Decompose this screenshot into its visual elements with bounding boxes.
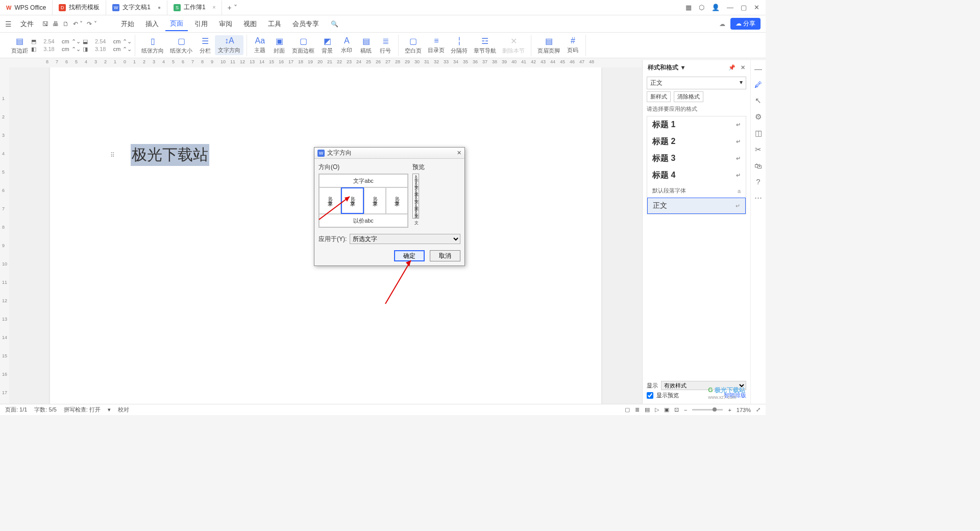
share-button[interactable]: ☁ 分享 — [730, 18, 761, 30]
vertical-ruler[interactable]: 1234567891011121314151617 — [0, 67, 9, 404]
avatar-icon[interactable]: 👤 — [712, 4, 720, 11]
zoom-slider[interactable] — [692, 409, 723, 411]
print-icon[interactable]: 🖶 — [53, 20, 59, 28]
preview-checkbox[interactable] — [647, 392, 653, 399]
current-style-select[interactable]: 正文▾ — [647, 77, 746, 89]
watermark-button[interactable]: A水印 — [337, 35, 356, 55]
chapter-nav-button[interactable]: ☲章节导航 — [471, 35, 499, 56]
dir-opt-2-selected[interactable]: 文字abc — [341, 187, 364, 214]
menu-page[interactable]: 页面 — [165, 17, 188, 31]
close-icon[interactable]: ✕ — [754, 4, 760, 11]
cancel-button[interactable]: 取消 — [430, 250, 460, 261]
dir-opt-3[interactable]: 文字abc — [364, 187, 386, 214]
edit-icon[interactable]: 🖉 — [754, 80, 762, 89]
app-tab[interactable]: WWPS Office — [0, 1, 53, 15]
dir-opt-4[interactable]: 文字abc — [386, 187, 408, 214]
menu-start[interactable]: 开始 — [116, 17, 139, 31]
dialog-titlebar[interactable]: W 文字方向 ✕ — [314, 148, 464, 159]
page-status[interactable]: 页面: 1/1 — [5, 406, 27, 414]
spell-check-status[interactable]: 拼写检查: 打开 — [64, 406, 101, 414]
layers-icon[interactable]: ◫ — [755, 129, 762, 138]
undo-icon[interactable]: ↶ ˅ — [73, 20, 83, 28]
toc-button[interactable]: ≡目录页 — [425, 35, 448, 55]
view-print-icon[interactable]: ▣ — [664, 406, 669, 413]
view-read-icon[interactable]: ▷ — [655, 406, 659, 413]
tab-close-icon[interactable]: × — [213, 5, 216, 10]
dir-horizontal[interactable]: 文字abc — [319, 174, 408, 187]
settings-icon[interactable]: ⚙ — [755, 112, 762, 122]
search-icon[interactable]: 🔍 — [331, 20, 338, 28]
view-web-icon[interactable]: ▤ — [645, 406, 650, 413]
menu-insert[interactable]: 插入 — [141, 17, 163, 31]
header-footer-button[interactable]: ▤页眉页脚 — [534, 35, 563, 56]
style-body-selected[interactable]: 正文↵ — [647, 198, 746, 214]
file-menu[interactable]: 文件 — [16, 17, 38, 31]
margin-button[interactable]: ▤页边距 — [8, 35, 31, 56]
blank-page-button[interactable]: ▢空白页 — [402, 35, 425, 56]
app-grid-icon[interactable]: ▦ — [685, 4, 692, 11]
dir-opt-1[interactable]: 文字abc — [319, 187, 341, 214]
new-style-button[interactable]: 新样式 — [647, 91, 671, 102]
style-heading1[interactable]: 标题 1↵ — [647, 116, 746, 133]
background-button[interactable]: ◩背景 — [317, 35, 337, 56]
drag-handle-icon[interactable]: ⠿ — [110, 152, 115, 159]
pageno-button[interactable]: #页码 — [563, 35, 582, 55]
panel-close-icon[interactable]: ✕ — [741, 64, 745, 71]
dialog-close-icon[interactable]: ✕ — [457, 150, 461, 156]
view-outline-icon[interactable]: ≣ — [635, 406, 640, 413]
zoom-value[interactable]: 173% — [737, 407, 751, 413]
help-icon[interactable]: ? — [756, 177, 760, 186]
cloud-icon[interactable]: ☁ — [719, 20, 725, 28]
tab-workbook[interactable]: S工作簿1× — [167, 1, 223, 15]
top-margin-input[interactable] — [38, 38, 60, 44]
save-icon[interactable]: 🖫 — [42, 20, 48, 28]
style-heading3[interactable]: 标题 3↵ — [647, 150, 746, 167]
columns-button[interactable]: ☰分栏 — [195, 35, 215, 56]
minimize-icon[interactable]: — — [727, 4, 733, 11]
collapse-icon[interactable]: — — [754, 64, 762, 73]
menu-member[interactable]: 会员专享 — [288, 17, 324, 31]
tools-icon[interactable]: ✂ — [755, 145, 762, 154]
style-default-para[interactable]: 默认段落字体a — [647, 184, 746, 198]
menu-view[interactable]: 视图 — [239, 17, 261, 31]
cube-icon[interactable]: ⬡ — [699, 4, 704, 11]
separator-button[interactable]: ╎分隔符 — [448, 35, 471, 56]
menu-ref[interactable]: 引用 — [190, 17, 212, 31]
ok-button[interactable]: 确定 — [394, 250, 425, 261]
paper-button[interactable]: ▤稿纸 — [356, 35, 376, 56]
border-button[interactable]: ▢页面边框 — [289, 35, 317, 56]
tab-document[interactable]: W文字文稿1● — [106, 1, 167, 15]
orientation-button[interactable]: ▯纸张方向 — [138, 35, 167, 56]
cursor-icon[interactable]: ↖ — [755, 96, 762, 105]
theme-button[interactable]: Aa主题 — [250, 35, 270, 55]
view-page-icon[interactable]: ▢ — [625, 406, 630, 413]
proof-status[interactable]: 校对 — [118, 406, 129, 414]
new-tab-button[interactable]: + ˅ — [222, 4, 242, 12]
left-margin-input[interactable] — [38, 46, 60, 52]
text-direction-button[interactable]: ↕A文字方向 — [215, 35, 243, 55]
selected-text[interactable]: 极光下载站 — [131, 144, 209, 166]
fit-icon[interactable]: ⊡ — [674, 406, 679, 413]
right-margin-input[interactable] — [90, 46, 111, 52]
pin-icon[interactable]: 📌 — [728, 64, 736, 71]
hamburger-icon[interactable]: ☰ — [5, 20, 12, 28]
word-count[interactable]: 字数: 5/5 — [34, 406, 56, 414]
maximize-icon[interactable]: ▢ — [741, 4, 747, 11]
print-preview-icon[interactable]: 🗋 — [63, 20, 69, 28]
tab-template[interactable]: D找稻壳模板 — [53, 1, 106, 15]
redo-icon[interactable]: ↷ ˅ — [87, 20, 96, 28]
apply-select[interactable]: 所选文字 — [350, 234, 460, 244]
size-button[interactable]: ▢纸张大小 — [167, 35, 195, 56]
zoom-out-icon[interactable]: − — [684, 407, 687, 413]
style-heading2[interactable]: 标题 2↵ — [647, 133, 746, 150]
style-heading4[interactable]: 标题 4↵ — [647, 167, 746, 184]
expand-icon[interactable]: ⤢ — [756, 406, 761, 413]
bottom-margin-input[interactable] — [90, 38, 111, 44]
tab-close-icon[interactable]: ● — [158, 5, 161, 10]
dir-bottom[interactable]: 以价abc — [319, 214, 408, 227]
bag-icon[interactable]: 🛍 — [754, 161, 762, 170]
menu-tools[interactable]: 工具 — [263, 17, 286, 31]
more-icon[interactable]: ⋯ — [754, 193, 762, 202]
delete-section-button[interactable]: ✕删除本节 — [499, 35, 528, 56]
clear-format-button[interactable]: 清除格式 — [674, 91, 703, 102]
